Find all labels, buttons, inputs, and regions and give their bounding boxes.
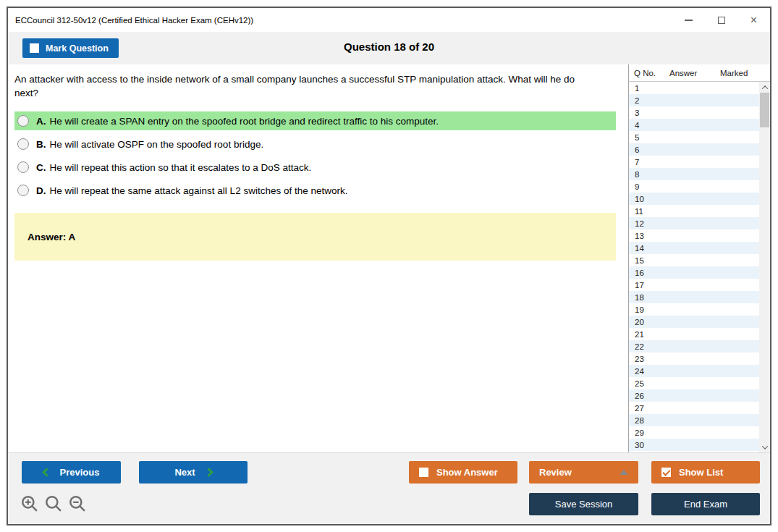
question-list-row[interactable]: 21 <box>629 328 759 340</box>
options-list: A. He will create a SPAN entry on the sp… <box>8 111 628 200</box>
radio-option-b[interactable] <box>17 138 29 150</box>
question-list-row[interactable]: 13 <box>629 229 759 242</box>
save-session-button[interactable]: Save Session <box>529 493 638 515</box>
question-list-panel: Q No. Answer Marked 12345678910111213141… <box>628 64 770 452</box>
question-list-row[interactable]: 15 <box>629 254 759 266</box>
review-label: Review <box>539 467 572 478</box>
question-counter: Question 18 of 20 <box>8 41 770 53</box>
exam-window: ECCouncil 312-50v12 (Certified Ethical H… <box>7 7 771 525</box>
show-list-label: Show List <box>679 467 723 478</box>
option-a[interactable]: A. He will create a SPAN entry on the sp… <box>14 111 616 130</box>
show-answer-checkbox[interactable] <box>419 468 428 477</box>
option-a-text: He will create a SPAN entry on the spoof… <box>50 116 439 127</box>
question-list-row[interactable]: 22 <box>629 340 759 352</box>
option-b-letter: B. <box>36 139 46 150</box>
question-list-body-wrap: 1234567891011121314151617181920212223242… <box>629 82 770 452</box>
question-list-row[interactable]: 12 <box>629 217 759 229</box>
save-session-label: Save Session <box>555 499 613 510</box>
question-list-row[interactable]: 26 <box>629 389 759 402</box>
previous-label: Previous <box>60 467 100 478</box>
question-panel: An attacker with access to the inside ne… <box>8 64 628 452</box>
answer-label: Answer: A <box>28 232 75 242</box>
zoom-reset-icon[interactable] <box>44 494 63 513</box>
show-list-checkbox[interactable] <box>661 468 671 477</box>
maximize-icon <box>718 17 725 24</box>
window-title: ECCouncil 312-50v12 (Certified Ethical H… <box>15 16 253 25</box>
question-list-row[interactable]: 20 <box>629 316 759 328</box>
previous-button[interactable]: Previous <box>22 461 121 484</box>
question-list-row[interactable]: 17 <box>629 279 759 291</box>
question-list-row[interactable]: 9 <box>629 180 759 193</box>
question-list-row[interactable]: 10 <box>629 193 759 205</box>
radio-option-c[interactable] <box>17 161 29 173</box>
question-list-scrollbar[interactable] <box>759 82 770 452</box>
question-list-header: Q No. Answer Marked <box>629 64 770 82</box>
question-list-row[interactable]: 11 <box>629 205 759 217</box>
show-answer-label: Show Answer <box>436 467 498 478</box>
option-c-text: He will repeat this action so that it es… <box>50 162 312 173</box>
option-d[interactable]: D. He will repeat the same attack agains… <box>14 181 616 200</box>
question-list-row[interactable]: 7 <box>629 156 759 168</box>
question-list-row[interactable]: 28 <box>629 414 759 426</box>
next-button[interactable]: Next <box>139 461 248 484</box>
radio-option-a[interactable] <box>17 115 29 127</box>
option-d-text: He will repeat the same attack against a… <box>50 185 348 196</box>
question-list-row[interactable]: 18 <box>629 291 759 303</box>
maximize-button[interactable] <box>705 8 737 32</box>
question-list-row[interactable]: 14 <box>629 242 759 254</box>
option-b[interactable]: B. He will activate OSPF on the spoofed … <box>14 135 616 153</box>
question-list-row[interactable]: 30 <box>629 439 759 451</box>
next-label: Next <box>174 467 195 478</box>
close-button[interactable]: × <box>737 8 770 32</box>
option-c-letter: C. <box>36 162 46 173</box>
option-d-letter: D. <box>36 185 46 196</box>
question-list-row[interactable]: 23 <box>629 352 759 365</box>
show-list-button[interactable]: Show List <box>651 461 760 484</box>
question-list-row[interactable]: 6 <box>629 143 759 156</box>
question-list-row[interactable]: 27 <box>629 402 759 414</box>
question-list-row[interactable]: 5 <box>629 131 759 143</box>
column-header-marked: Marked <box>720 69 770 77</box>
option-b-text: He will activate OSPF on the spoofed roo… <box>50 139 264 150</box>
question-list-row[interactable]: 24 <box>629 365 759 377</box>
column-header-answer: Answer <box>669 69 720 77</box>
end-exam-button[interactable]: End Exam <box>651 493 760 515</box>
question-list-row[interactable]: 4 <box>629 119 759 131</box>
scroll-down-icon[interactable] <box>759 442 770 452</box>
header-bar: Mark Question Question 18 of 20 <box>8 32 770 64</box>
zoom-controls <box>20 494 87 513</box>
answer-box: Answer: A <box>14 213 616 261</box>
close-icon: × <box>750 14 757 26</box>
review-button[interactable]: Review <box>529 461 638 484</box>
column-header-qno: Q No. <box>629 69 669 77</box>
content-area: An attacker with access to the inside ne… <box>8 64 770 452</box>
radio-option-d[interactable] <box>17 185 29 196</box>
previous-chevron-icon <box>42 468 51 477</box>
question-list-body: 1234567891011121314151617181920212223242… <box>629 82 759 452</box>
option-a-letter: A. <box>36 116 46 127</box>
title-bar: ECCouncil 312-50v12 (Certified Ethical H… <box>8 8 770 32</box>
next-chevron-icon <box>204 468 213 477</box>
zoom-in-icon[interactable] <box>20 494 39 513</box>
minimize-icon <box>685 20 693 21</box>
question-list-row[interactable]: 2 <box>629 94 759 106</box>
question-list-row[interactable]: 3 <box>629 106 759 119</box>
question-list-row[interactable]: 16 <box>629 266 759 279</box>
option-c[interactable]: C. He will repeat this action so that it… <box>14 158 616 177</box>
end-exam-label: End Exam <box>684 499 727 510</box>
question-list-row[interactable]: 19 <box>629 303 759 316</box>
footer-bar: Previous Next Show Answer Review Show Li… <box>8 452 770 524</box>
question-text: An attacker with access to the inside ne… <box>8 64 591 100</box>
window-controls: × <box>672 8 770 32</box>
question-list-row[interactable]: 25 <box>629 377 759 389</box>
review-caret-icon <box>620 470 628 475</box>
question-list-row[interactable]: 29 <box>629 426 759 439</box>
question-list-row[interactable]: 8 <box>629 168 759 180</box>
scrollbar-thumb[interactable] <box>760 93 769 127</box>
show-answer-button[interactable]: Show Answer <box>409 461 517 484</box>
zoom-out-icon[interactable] <box>68 494 87 513</box>
scroll-up-icon[interactable] <box>759 82 770 93</box>
question-list-row[interactable]: 1 <box>629 82 759 94</box>
minimize-button[interactable] <box>672 8 705 32</box>
